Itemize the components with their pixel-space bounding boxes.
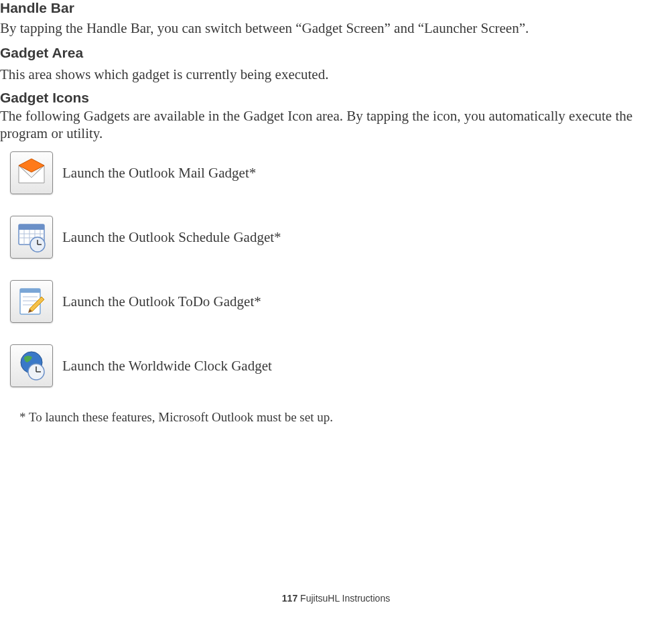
paragraph-gadget-icons: The following Gadgets are available in t…: [0, 107, 672, 143]
list-item: Launch the Worldwide Clock Gadget: [10, 344, 272, 387]
icon-label-schedule: Launch the Outlook Schedule Gadget*: [62, 229, 281, 246]
heading-gadget-icons: Gadget Icons: [0, 90, 89, 106]
list-item: Launch the Outlook Schedule Gadget*: [10, 216, 281, 259]
page-footer: 117 FujitsuHL Instructions: [0, 593, 672, 604]
paragraph-gadget-area: This area shows which gadget is currentl…: [0, 66, 328, 83]
list-item: Launch the Outlook Mail Gadget*: [10, 151, 256, 194]
svg-rect-15: [20, 289, 40, 293]
mail-icon: [10, 151, 53, 194]
todo-icon: [10, 280, 53, 323]
list-item: Launch the Outlook ToDo Gadget*: [10, 280, 261, 323]
footnote: * To launch these features, Microsoft Ou…: [19, 410, 333, 425]
paragraph-handle-bar: By tapping the Handle Bar, you can switc…: [0, 19, 529, 37]
calendar-icon: [10, 216, 53, 259]
icon-label-mail: Launch the Outlook Mail Gadget*: [62, 165, 256, 182]
heading-gadget-area: Gadget Area: [0, 45, 83, 61]
icon-label-todo: Launch the Outlook ToDo Gadget*: [62, 293, 261, 310]
document-page: Handle Bar By tapping the Handle Bar, yo…: [0, 0, 672, 617]
svg-rect-4: [19, 224, 44, 230]
page-number: 117: [282, 593, 297, 604]
footer-title: FujitsuHL Instructions: [300, 593, 390, 604]
heading-handle-bar: Handle Bar: [0, 0, 74, 16]
icon-label-worldclock: Launch the Worldwide Clock Gadget: [62, 358, 272, 374]
worldclock-icon: [10, 344, 53, 387]
